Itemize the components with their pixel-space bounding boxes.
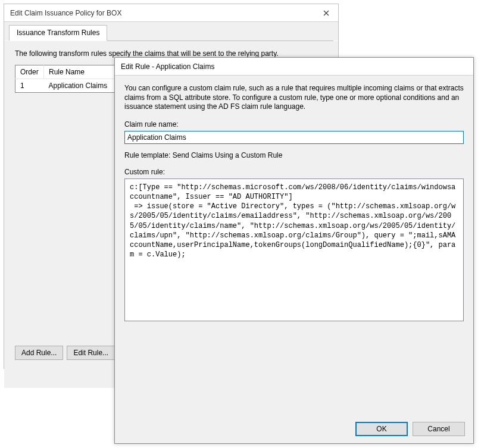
tab-issuance-transform-rules[interactable]: Issuance Transform Rules: [9, 25, 107, 41]
custom-rule-textarea-wrapper: c:[Type == "http://schemas.microsoft.com…: [124, 178, 464, 321]
col-order[interactable]: Order: [15, 65, 44, 79]
tab-strip: Issuance Transform Rules: [4, 25, 338, 41]
rule-template-label: Rule template: Send Claims Using a Custo…: [124, 151, 464, 159]
custom-rule-label: Custom rule:: [124, 168, 464, 176]
claim-rule-name-label: Claim rule name:: [124, 120, 464, 129]
parent-titlebar: Edit Claim Issuance Policy for BOX: [4, 4, 338, 22]
parent-title: Edit Claim Issuance Policy for BOX: [10, 9, 121, 17]
ok-button[interactable]: OK: [355, 422, 408, 436]
claim-rule-name-input[interactable]: [124, 131, 464, 144]
edit-rule-dialog: Edit Rule - Application Claims You can c…: [114, 57, 474, 444]
custom-rule-textarea[interactable]: c:[Type == "http://schemas.microsoft.com…: [125, 179, 463, 264]
close-icon[interactable]: [314, 4, 338, 22]
help-text: You can configure a custom claim rule, s…: [124, 84, 464, 112]
child-titlebar: Edit Rule - Application Claims: [115, 58, 473, 76]
intro-text: The following transform rules specify th…: [15, 49, 327, 58]
dialog-button-row: OK Cancel: [355, 422, 465, 436]
child-body: You can configure a custom claim rule, s…: [115, 76, 473, 321]
cancel-button[interactable]: Cancel: [413, 422, 465, 436]
cell-order: 1: [15, 79, 44, 93]
edit-rule-button[interactable]: Edit Rule...: [67, 346, 115, 360]
child-title: Edit Rule - Application Claims: [121, 62, 214, 71]
parent-button-row: Add Rule... Edit Rule...: [15, 346, 115, 360]
add-rule-button[interactable]: Add Rule...: [15, 346, 63, 360]
